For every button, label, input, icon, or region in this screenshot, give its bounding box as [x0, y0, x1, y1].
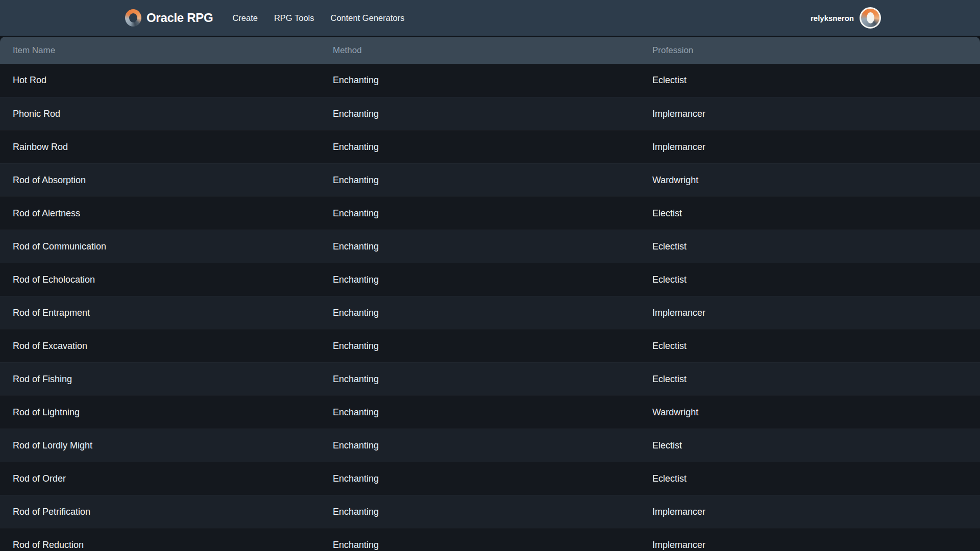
table-row[interactable]: Rod of Communication Enchanting Eclectis…	[0, 230, 980, 263]
profession-cell: Electist	[640, 208, 980, 219]
nav-left: Oracle RPG Create RPG Tools Content Gene…	[125, 9, 412, 27]
table-row[interactable]: Rod of Lordly Might Enchanting Electist	[0, 429, 980, 462]
nav-item-rpg-tools[interactable]: RPG Tools	[266, 9, 323, 27]
navbar: Oracle RPG Create RPG Tools Content Gene…	[0, 0, 980, 36]
item-name-cell: Rod of Communication	[0, 241, 320, 252]
item-name-cell: Hot Rod	[0, 75, 320, 86]
items-table: Item Name Method Profession Hot Rod Ench…	[0, 37, 980, 551]
method-cell: Enchanting	[320, 75, 640, 86]
method-cell: Enchanting	[320, 142, 640, 153]
method-cell: Enchanting	[320, 374, 640, 385]
profession-cell: Implemancer	[640, 142, 980, 153]
profession-cell: Eclectist	[640, 274, 980, 285]
profession-cell: Eclectist	[640, 374, 980, 385]
table-row[interactable]: Rod of Order Enchanting Eclectist	[0, 462, 980, 495]
method-cell: Enchanting	[320, 473, 640, 484]
column-header-profession[interactable]: Profession	[640, 45, 980, 56]
nav-item-create[interactable]: Create	[224, 9, 266, 27]
item-name-cell: Rod of Lightning	[0, 407, 320, 418]
profession-cell: Implemancer	[640, 540, 980, 550]
table-row[interactable]: Hot Rod Enchanting Eclectist	[0, 64, 980, 97]
table-row[interactable]: Rod of Alertness Enchanting Electist	[0, 196, 980, 230]
method-cell: Enchanting	[320, 109, 640, 119]
table-row[interactable]: Rainbow Rod Enchanting Implemancer	[0, 130, 980, 163]
table-row[interactable]: Rod of Lightning Enchanting Wardwright	[0, 395, 980, 429]
table-header-row: Item Name Method Profession	[0, 37, 980, 64]
table-row[interactable]: Rod of Entrapment Enchanting Implemancer	[0, 296, 980, 329]
nav-right: relyksneron	[811, 7, 881, 29]
method-cell: Enchanting	[320, 507, 640, 517]
method-cell: Enchanting	[320, 274, 640, 285]
table-row[interactable]: Rod of Echolocation Enchanting Eclectist	[0, 263, 980, 296]
item-name-cell: Rod of Absorption	[0, 175, 320, 186]
profession-cell: Wardwright	[640, 407, 980, 418]
item-name-cell: Rod of Excavation	[0, 341, 320, 352]
brand-title: Oracle RPG	[146, 11, 213, 25]
profession-cell: Eclectist	[640, 473, 980, 484]
profession-cell: Eclectist	[640, 241, 980, 252]
table-row[interactable]: Rod of Reduction Enchanting Implemancer	[0, 528, 980, 551]
item-name-cell: Rod of Petrification	[0, 507, 320, 517]
item-name-cell: Rod of Alertness	[0, 208, 320, 219]
item-name-cell: Rainbow Rod	[0, 142, 320, 153]
table-row[interactable]: Phonic Rod Enchanting Implemancer	[0, 97, 980, 130]
column-header-item-name[interactable]: Item Name	[0, 45, 320, 56]
column-header-method[interactable]: Method	[320, 45, 640, 56]
method-cell: Enchanting	[320, 440, 640, 451]
table-row[interactable]: Rod of Absorption Enchanting Wardwright	[0, 163, 980, 196]
profession-cell: Eclectist	[640, 341, 980, 352]
user-avatar-icon[interactable]	[860, 7, 881, 29]
item-name-cell: Rod of Reduction	[0, 540, 320, 550]
primary-nav: Create RPG Tools Content Generators	[224, 9, 412, 27]
table-row[interactable]: Rod of Fishing Enchanting Eclectist	[0, 362, 980, 395]
oracle-rpg-logo-icon	[125, 9, 141, 27]
brand[interactable]: Oracle RPG	[125, 9, 213, 27]
table-row[interactable]: Rod of Petrification Enchanting Impleman…	[0, 495, 980, 528]
method-cell: Enchanting	[320, 407, 640, 418]
method-cell: Enchanting	[320, 308, 640, 318]
nav-item-content-generators[interactable]: Content Generators	[323, 9, 413, 27]
item-name-cell: Rod of Order	[0, 473, 320, 484]
profession-cell: Wardwright	[640, 175, 980, 186]
profession-cell: Eclectist	[640, 75, 980, 86]
item-name-cell: Rod of Entrapment	[0, 308, 320, 318]
item-name-cell: Phonic Rod	[0, 109, 320, 119]
profession-cell: Implemancer	[640, 507, 980, 517]
method-cell: Enchanting	[320, 241, 640, 252]
method-cell: Enchanting	[320, 341, 640, 352]
method-cell: Enchanting	[320, 208, 640, 219]
item-name-cell: Rod of Lordly Might	[0, 440, 320, 451]
method-cell: Enchanting	[320, 175, 640, 186]
profession-cell: Electist	[640, 440, 980, 451]
profession-cell: Implemancer	[640, 308, 980, 318]
profession-cell: Implemancer	[640, 109, 980, 119]
item-name-cell: Rod of Echolocation	[0, 274, 320, 285]
table-body: Hot Rod Enchanting Eclectist Phonic Rod …	[0, 64, 980, 551]
username[interactable]: relyksneron	[811, 14, 854, 22]
item-name-cell: Rod of Fishing	[0, 374, 320, 385]
table-row[interactable]: Rod of Excavation Enchanting Eclectist	[0, 329, 980, 362]
method-cell: Enchanting	[320, 540, 640, 550]
